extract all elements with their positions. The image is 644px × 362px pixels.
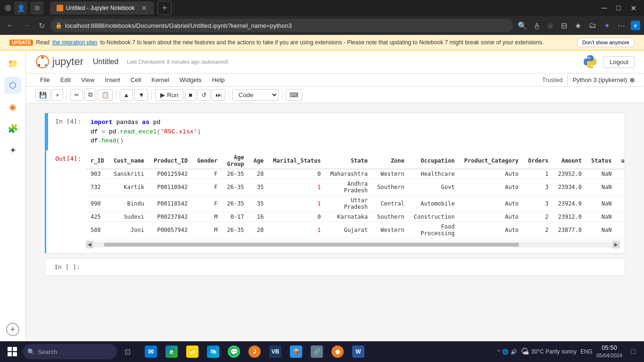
save-button[interactable]: 💾 bbox=[35, 89, 50, 101]
scroll-track[interactable] bbox=[93, 242, 612, 247]
menu-insert[interactable]: Insert bbox=[100, 74, 125, 86]
table-cell: Southern bbox=[372, 179, 409, 195]
search-icon[interactable]: 🔍 bbox=[516, 19, 529, 32]
code-cell-1[interactable]: In [4]: import pandas as pd df = pd.read… bbox=[45, 113, 625, 254]
maximize-button[interactable]: □ bbox=[613, 3, 624, 14]
taskbar-app2[interactable]: 📦 bbox=[287, 342, 305, 361]
read-aloud-icon[interactable]: A̲ bbox=[533, 20, 541, 31]
table-cell: Automobile bbox=[409, 195, 460, 212]
table-cell: Andhra Pradesh bbox=[326, 179, 372, 195]
collections-icon[interactable]: ⧉ bbox=[30, 1, 43, 15]
sidebar-extensions-icon[interactable]: 🧩 bbox=[4, 120, 21, 137]
menu-edit[interactable]: Edit bbox=[56, 74, 75, 86]
tray-chevron[interactable]: ^ bbox=[498, 349, 500, 354]
cell2-code[interactable] bbox=[85, 259, 625, 275]
forward-button[interactable]: → bbox=[20, 19, 33, 32]
new-tab-button[interactable]: + bbox=[157, 1, 172, 15]
banner-text-prefix: Read bbox=[36, 39, 50, 46]
move-down-button[interactable]: ▼ bbox=[134, 89, 148, 101]
back-button[interactable]: ← bbox=[4, 19, 17, 32]
menu-cell[interactable]: Cell bbox=[126, 74, 146, 86]
menu-file[interactable]: File bbox=[35, 74, 55, 86]
browser-profile-icon[interactable]: 👤 bbox=[14, 1, 27, 15]
cut-button[interactable]: ✂ bbox=[70, 89, 83, 101]
menu-widgets[interactable]: Widgets bbox=[175, 74, 206, 86]
cell-output: Out[4]: r_ID Cust_name Product_ID Gender… bbox=[46, 150, 625, 253]
bookmark-icon[interactable]: ☆ bbox=[545, 19, 555, 32]
taskbar-whatsapp[interactable]: 💬 bbox=[224, 342, 243, 361]
menu-kernel[interactable]: Kernel bbox=[147, 74, 174, 86]
notebook-title[interactable]: Untitled bbox=[93, 58, 118, 66]
move-up-button[interactable]: ▲ bbox=[120, 89, 133, 101]
paste-button[interactable]: 📋 bbox=[98, 89, 113, 101]
migration-plan-link[interactable]: the migration plan bbox=[52, 39, 97, 46]
app2-icon: 📦 bbox=[290, 346, 302, 358]
add-cell-button[interactable]: + bbox=[52, 89, 63, 101]
start-button[interactable] bbox=[4, 343, 21, 360]
taskbar-app3[interactable]: 🔗 bbox=[307, 342, 326, 361]
taskbar-store[interactable]: 🛍 bbox=[204, 342, 223, 361]
sidebar-ai-icon[interactable]: ✦ bbox=[4, 142, 21, 159]
restart-run-button[interactable]: ⏭ bbox=[212, 89, 225, 101]
table-cell: 2 bbox=[523, 212, 553, 222]
menu-view[interactable]: View bbox=[76, 74, 99, 86]
logout-button[interactable]: Logout bbox=[603, 56, 635, 68]
copy-button[interactable]: ⧉ bbox=[84, 89, 96, 101]
col-header-state: State bbox=[326, 153, 372, 169]
table-cell: Govt bbox=[409, 179, 460, 195]
sidebar-running-icon[interactable]: ⬡ bbox=[4, 77, 21, 94]
taskbar-time[interactable]: 05:50 05/04/2024 bbox=[596, 344, 622, 360]
horizontal-scrollbar[interactable]: ◀ ▶ bbox=[86, 240, 620, 248]
close-button[interactable]: ✕ bbox=[627, 3, 639, 14]
table-cell: 26-35 bbox=[223, 195, 249, 212]
restart-button[interactable]: ↺ bbox=[198, 89, 210, 101]
toolbar-separator-1 bbox=[66, 90, 67, 100]
cell-code[interactable]: import pandas as pd df = pd.read_excel('… bbox=[86, 113, 625, 150]
table-cell: F bbox=[192, 169, 222, 179]
taskbar-app4[interactable]: ◉ bbox=[328, 342, 347, 361]
taskbar-mail[interactable]: ✉ bbox=[141, 342, 160, 361]
taskbar-word[interactable]: W bbox=[349, 342, 368, 361]
sidebar-add-button[interactable]: + bbox=[6, 323, 19, 336]
table-cell: Western bbox=[372, 222, 409, 238]
scroll-right-arrow[interactable]: ▶ bbox=[612, 241, 620, 248]
dont-show-button[interactable]: Don't show anymore bbox=[577, 38, 635, 47]
scroll-left-arrow[interactable]: ◀ bbox=[86, 241, 93, 248]
table-cell: Healthcare bbox=[409, 169, 460, 179]
table-cell: P00110942 bbox=[149, 179, 192, 195]
browser-ai-icon[interactable]: ✦ bbox=[602, 19, 612, 32]
tab-close-icon[interactable]: ✕ bbox=[141, 4, 147, 12]
sidebar-jupyter-icon[interactable]: ◉ bbox=[4, 99, 21, 115]
task-view-button[interactable]: ⊡ bbox=[119, 343, 136, 360]
minimize-button[interactable]: ─ bbox=[599, 3, 610, 14]
taskbar-virtualbox[interactable]: VB bbox=[266, 342, 285, 361]
toolbar-separator-5 bbox=[282, 90, 282, 100]
menu-help[interactable]: Help bbox=[207, 74, 230, 86]
address-bar[interactable]: 🔒 localhost:8888/notebooks/Documents/Gab… bbox=[50, 19, 513, 32]
taskbar-jupyter[interactable]: J bbox=[245, 342, 264, 361]
table-cell: 1 bbox=[268, 222, 325, 238]
browser-tab[interactable]: Untitled - Jupyter Notebook ✕ bbox=[50, 1, 154, 15]
output-table: r_ID Cust_name Product_ID Gender AgeGrou… bbox=[86, 150, 625, 253]
taskbar-explorer[interactable]: 📁 bbox=[183, 342, 202, 361]
table-cell: 23877.0 bbox=[553, 222, 586, 238]
taskbar-edge[interactable]: e bbox=[162, 342, 181, 361]
keyboard-shortcut-button[interactable]: ⌨ bbox=[286, 89, 302, 101]
scroll-thumb[interactable] bbox=[104, 243, 519, 247]
table-cell: Gujarat bbox=[326, 222, 372, 238]
run-button[interactable]: ▶ Run bbox=[155, 89, 183, 101]
system-tray: ^ 🌐 🔊 bbox=[498, 349, 517, 355]
show-desktop-button[interactable]: □ bbox=[626, 342, 640, 361]
cell-type-select[interactable]: Code Markdown Raw bbox=[232, 89, 279, 101]
split-view-icon[interactable]: ⊟ bbox=[559, 19, 569, 32]
word-icon: W bbox=[352, 346, 364, 358]
refresh-button[interactable]: ↻ bbox=[36, 19, 48, 32]
more-icon[interactable]: ⋯ bbox=[616, 19, 627, 32]
sidebar-folder-icon[interactable]: 📁 bbox=[4, 55, 21, 72]
taskbar-search[interactable]: 🔍 Search bbox=[23, 344, 117, 359]
code-cell-2[interactable]: In [ ]: bbox=[45, 258, 625, 276]
favorites-icon[interactable]: ★ bbox=[573, 19, 583, 32]
cell-prompt-in: In [4]: bbox=[48, 113, 86, 150]
interrupt-button[interactable]: ■ bbox=[185, 89, 196, 101]
collections-icon[interactable]: 🗂 bbox=[587, 19, 598, 32]
